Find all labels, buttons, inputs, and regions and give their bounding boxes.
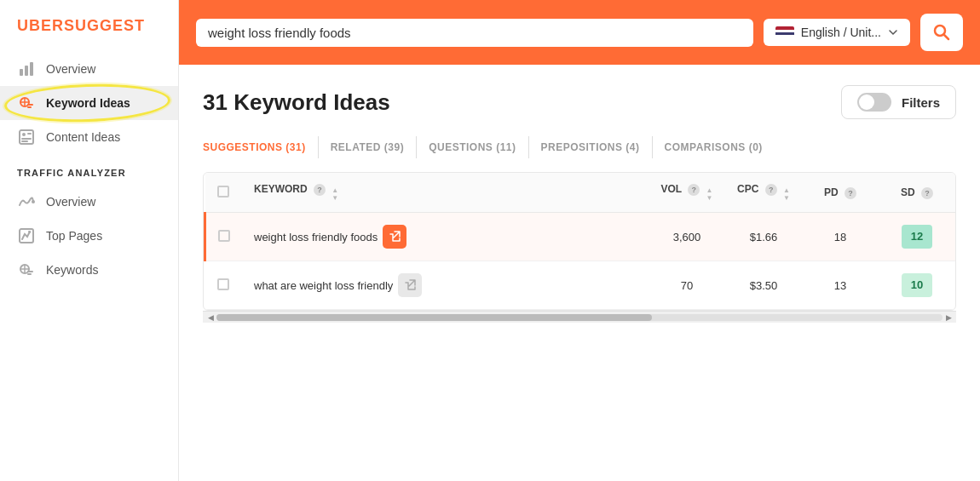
row1-cpc: $1.66	[725, 213, 802, 261]
svg-rect-12	[21, 140, 28, 142]
row2-cpc: $3.50	[725, 261, 802, 310]
sidebar: UBERSUGGEST Overview Keyword Ideas	[0, 0, 179, 481]
svg-rect-18	[27, 271, 33, 272]
brand-name: UBERSUGGEST	[0, 17, 178, 52]
row2-vol: 70	[649, 261, 725, 310]
sidebar-item-traffic-overview-label: Overview	[46, 195, 95, 209]
svg-rect-0	[20, 69, 23, 76]
row1-sd-badge: 12	[902, 225, 932, 249]
keyword-tabs: SUGGESTIONS (31) RELATED (39) QUESTIONS …	[203, 136, 956, 158]
th-cpc: CPC ? ▲▼	[725, 173, 802, 213]
sidebar-item-top-pages-label: Top Pages	[46, 229, 102, 243]
keyword-table: KEYWORD ? ▲▼ VOL ? ▲▼	[203, 172, 956, 311]
sd-help-icon[interactable]: ?	[921, 187, 933, 199]
keyword-help-icon[interactable]: ?	[314, 184, 326, 196]
content-area: 31 Keyword Ideas Filters SUGGESTIONS (31…	[179, 65, 980, 481]
content-header: 31 Keyword Ideas Filters	[203, 85, 956, 119]
wave-icon	[17, 193, 36, 210]
filters-toggle[interactable]	[857, 93, 891, 112]
scroll-right-arrow[interactable]: ▶	[943, 313, 954, 322]
row1-sd: 12	[879, 213, 955, 261]
row2-checkbox[interactable]	[217, 278, 229, 290]
sidebar-item-overview-label: Overview	[46, 62, 95, 76]
th-vol: VOL ? ▲▼	[649, 173, 725, 213]
th-pd: PD ?	[802, 173, 879, 213]
svg-rect-7	[27, 106, 32, 108]
svg-rect-2	[30, 62, 33, 76]
keyword-sort-arrows[interactable]: ▲▼	[331, 187, 338, 202]
row2-keyword: what are weight loss friendly	[242, 261, 649, 310]
chevron-down-icon	[888, 27, 898, 37]
th-cpc-label: CPC	[737, 183, 758, 195]
sidebar-item-content-ideas-label: Content Ideas	[46, 130, 120, 144]
tab-related[interactable]: RELATED (39)	[331, 136, 417, 158]
th-vol-label: VOL	[660, 183, 681, 195]
sidebar-item-keyword-ideas[interactable]: Keyword Ideas	[0, 86, 178, 120]
row2-pd: 13	[802, 261, 879, 310]
row2-sd-badge: 10	[902, 273, 932, 297]
vol-sort-arrows[interactable]: ▲▼	[706, 187, 713, 202]
svg-point-13	[32, 200, 35, 203]
tab-suggestions[interactable]: SUGGESTIONS (31)	[203, 136, 319, 158]
page-title: 31 Keyword Ideas	[203, 89, 390, 116]
row1-select[interactable]	[205, 213, 243, 261]
h-scrollbar-track	[216, 314, 943, 321]
tab-questions[interactable]: QUESTIONS (11)	[429, 136, 528, 158]
horizontal-scrollbar[interactable]: ◀ ▶	[203, 311, 956, 323]
row2-select[interactable]	[205, 261, 243, 310]
top-pages-icon	[17, 227, 36, 244]
content-ideas-icon	[17, 129, 36, 146]
redirect-icon-2	[404, 279, 416, 291]
row1-checkbox[interactable]	[218, 230, 230, 242]
sidebar-item-traffic-overview[interactable]: Overview	[0, 185, 178, 219]
th-sd: SD ?	[879, 173, 955, 213]
pd-help-icon[interactable]: ?	[845, 187, 856, 199]
search-icon	[932, 23, 951, 42]
table-row: what are weight loss friendly 70 $3.50 1…	[205, 261, 956, 310]
row2-redirect-button[interactable]	[398, 273, 422, 297]
vol-help-icon[interactable]: ?	[688, 184, 700, 196]
sidebar-item-keyword-ideas-label: Keyword Ideas	[46, 96, 130, 110]
svg-rect-11	[21, 138, 32, 140]
filters-label: Filters	[902, 95, 940, 110]
svg-rect-19	[27, 273, 32, 275]
row1-keyword-text: weight loss friendly foods	[254, 231, 378, 243]
table-header: KEYWORD ? ▲▼ VOL ? ▲▼	[205, 173, 956, 213]
main-content: English / Unit... 31 Keyword Ideas Filte…	[179, 0, 980, 481]
h-scrollbar-thumb	[216, 314, 652, 321]
row1-keyword: weight loss friendly foods	[242, 213, 649, 261]
sidebar-item-overview[interactable]: Overview	[0, 52, 178, 86]
us-flag-icon	[775, 26, 794, 38]
keywords-icon	[17, 261, 36, 278]
language-selector[interactable]: English / Unit...	[764, 19, 910, 46]
svg-rect-1	[25, 66, 28, 76]
filters-widget[interactable]: Filters	[841, 85, 956, 119]
table-row: weight loss friendly foods 3,600 $1.66 1…	[205, 213, 956, 261]
th-sd-label: SD	[901, 186, 915, 198]
th-pd-label: PD	[824, 186, 839, 198]
search-input-wrapper[interactable]	[196, 19, 753, 47]
sidebar-item-keywords-label: Keywords	[46, 263, 98, 277]
row2-keyword-text: what are weight loss friendly	[254, 279, 393, 292]
scroll-left-arrow[interactable]: ◀	[205, 313, 216, 322]
svg-rect-10	[27, 133, 32, 135]
sidebar-item-keywords[interactable]: Keywords	[0, 253, 178, 287]
row1-redirect-button[interactable]	[383, 225, 406, 249]
row2-sd: 10	[879, 261, 955, 310]
search-button[interactable]	[920, 14, 963, 51]
sidebar-item-content-ideas[interactable]: Content Ideas	[0, 120, 178, 154]
search-bar: English / Unit...	[179, 0, 980, 65]
search-input[interactable]	[208, 26, 741, 40]
row1-vol: 3,600	[649, 213, 725, 261]
select-all-checkbox[interactable]	[217, 186, 229, 198]
cpc-sort-arrows[interactable]: ▲▼	[783, 187, 790, 202]
traffic-analyzer-label: TRAFFIC ANALYZER	[0, 154, 178, 185]
language-label: English / Unit...	[801, 26, 881, 39]
tab-comparisons[interactable]: COMPARISONS (0)	[665, 136, 775, 158]
cpc-help-icon[interactable]: ?	[765, 184, 777, 196]
sidebar-item-top-pages[interactable]: Top Pages	[0, 219, 178, 253]
th-keyword: KEYWORD ? ▲▼	[242, 173, 649, 213]
redirect-icon	[389, 231, 401, 243]
tab-prepositions[interactable]: PREPOSITIONS (4)	[541, 136, 653, 158]
keyword-ideas-icon	[17, 94, 36, 112]
